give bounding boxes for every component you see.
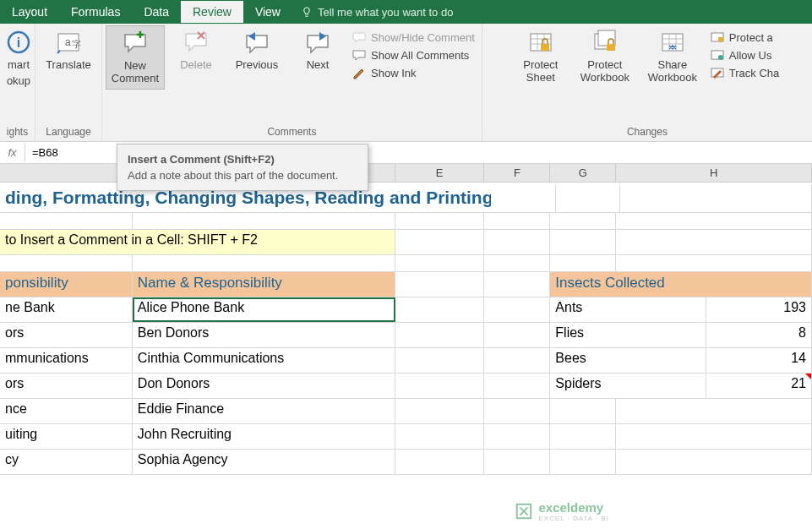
svg-point-15 [718,55,723,60]
col-header-h[interactable]: H [616,164,812,182]
comments-options: Show/Hide Comment Show All Comments Show… [349,25,478,79]
col-header-e[interactable]: E [395,164,485,182]
group-changes: Protect Sheet Protect Workbook Share Wor… [508,24,812,141]
table-row: ors Don Donors Spiders 21 [0,374,812,399]
spreadsheet-grid: ding, Formatting, Changing Shapes, Readi… [0,183,812,475]
col-header-f[interactable]: F [484,164,550,182]
next-label: Next [307,59,330,72]
table-row: uiting John Recruiting [0,424,812,450]
protect-sheet-label: Protect Sheet [523,59,558,85]
group-label-language: Language [39,124,98,141]
ribbon: i mart okup ights a字 Translate Language … [0,24,812,142]
smart-label-2: okup [7,75,30,88]
tooltip-title: Insert a Comment (Shift+F2) [128,153,357,166]
group-insights: i mart okup ights [0,24,35,141]
group-label-comments: Comments [106,124,478,141]
translate-icon: a字 [55,29,82,56]
next-comment-button[interactable]: Next [288,25,347,75]
col-header-g[interactable]: G [550,164,616,182]
formula-input[interactable]: =B68 [25,146,58,159]
svg-text:i: i [17,35,20,50]
lightbulb-icon [301,6,313,18]
col-header-b[interactable] [0,164,133,182]
protect-workbook-icon [591,29,619,56]
svg-text:字: 字 [72,39,81,49]
svg-rect-9 [598,30,615,46]
group-comments: New Comment Delete Previous Next Show/Hi… [102,24,482,141]
protect-share-icon [711,30,724,44]
hdr-name-responsibility[interactable]: Name & Responsibility [133,272,395,297]
delete-comment-icon [183,29,210,56]
watermark-icon [515,502,533,521]
previous-icon [243,29,270,56]
svg-rect-10 [607,44,615,51]
protect-workbook-button[interactable]: Protect Workbook [572,25,638,88]
svg-rect-7 [541,44,549,51]
track-changes-button[interactable]: Track Cha [711,66,779,79]
tooltip: Insert a Comment (Shift+F2) Add a note a… [117,144,368,191]
delete-comment-button: Delete [166,25,226,75]
table-row: cy Sophia Agency [0,450,812,475]
svg-text:a: a [65,36,71,48]
tooltip-body: Add a note about this part of the docume… [128,169,357,182]
translate-label: Translate [46,59,91,72]
protect-and-share-button[interactable]: Protect a [711,30,779,44]
watermark: exceldemy EXCEL · DATA · BI [515,500,609,522]
next-icon [304,29,331,56]
new-comment-icon [122,30,149,57]
tab-view[interactable]: View [243,1,292,23]
track-changes-icon [711,66,724,79]
show-ink-button[interactable]: Show Ink [352,66,475,79]
protect-workbook-label: Protect Workbook [580,59,629,85]
fx-button[interactable]: fx [0,144,25,161]
tell-me-text: Tell me what you want to do [318,6,453,19]
table-row: ne Bank Alice Phone Bank Ants 193 [0,297,812,323]
allow-users-icon [711,48,724,62]
info-icon: i [5,29,32,56]
tab-layout[interactable]: Layout [0,1,59,23]
share-workbook-button[interactable]: Share Workbook [640,25,706,88]
group-label-insights: ights [3,124,31,141]
tab-formulas[interactable]: Formulas [59,1,132,23]
tell-me[interactable]: Tell me what you want to do [292,6,453,19]
table-row: ors Ben Donors Flies 8 [0,323,812,348]
smart-label-1: mart [8,59,30,72]
smart-lookup-button[interactable]: i mart okup [3,25,34,91]
table-header-row: ponsibility Name & Responsibility Insect… [0,272,812,297]
hdr-insects[interactable]: Insects Collected [550,272,812,297]
share-workbook-icon [659,29,686,56]
table-row: mmunications Cinthia Communications Bees… [0,348,812,374]
table-row: nce Eddie Finance [0,399,812,424]
hdr-responsibility[interactable]: ponsibility [0,272,133,297]
new-comment-label: New Comment [112,60,159,85]
translate-button[interactable]: a字 Translate [39,25,98,75]
protect-sheet-button[interactable]: Protect Sheet [511,25,570,88]
tab-review[interactable]: Review [181,1,243,23]
svg-rect-13 [718,37,723,41]
show-hide-comment-button: Show/Hide Comment [352,30,475,44]
showhide-icon [352,30,366,44]
delete-label: Delete [180,59,212,72]
new-comment-button[interactable]: New Comment [106,25,165,90]
changes-options: Protect a Allow Us Track Cha [707,25,782,79]
protect-sheet-icon [527,29,554,56]
spacer [482,24,508,141]
selected-cell[interactable]: Alice Phone Bank [133,297,395,322]
shortcut-row: to Insert a Comment in a Cell: SHIFT + F… [0,230,812,255]
ink-icon [352,66,366,79]
previous-comment-button[interactable]: Previous [227,25,286,75]
group-label-changes: Changes [511,124,809,141]
group-language: a字 Translate Language [35,24,102,141]
previous-label: Previous [236,59,279,72]
share-workbook-label: Share Workbook [648,59,697,85]
allow-users-button[interactable]: Allow Us [711,48,779,62]
shortcut-cell[interactable]: to Insert a Comment in a Cell: SHIFT + F… [0,230,395,254]
show-all-comments-button[interactable]: Show All Comments [352,48,475,62]
showall-icon [352,48,366,62]
ribbon-tabs: Layout Formulas Data Review View Tell me… [0,0,812,24]
tab-data[interactable]: Data [132,1,181,23]
